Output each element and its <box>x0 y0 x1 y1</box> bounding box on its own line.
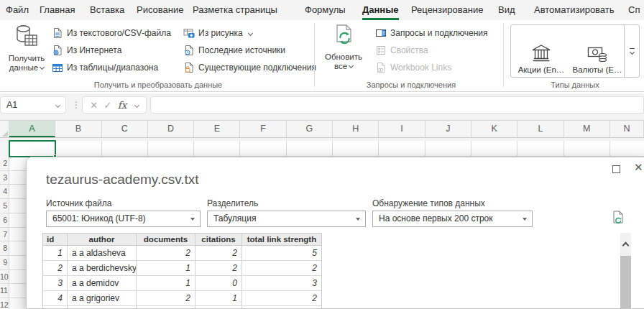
delimiter-select[interactable]: Табуляция <box>207 211 366 227</box>
sheet-row[interactable]: 9 <box>0 256 26 270</box>
selected-cell-a1[interactable] <box>9 140 56 157</box>
column-header[interactable]: G <box>287 121 333 137</box>
properties-button: Свойства <box>375 43 428 57</box>
sheet-row[interactable]: 7 <box>0 228 26 242</box>
column-header[interactable]: C <box>102 121 148 137</box>
clock-file-icon <box>183 45 195 56</box>
row-header[interactable]: 6 <box>0 213 9 227</box>
from-web-button[interactable]: Из Интернета <box>52 43 121 57</box>
tab-page-layout[interactable]: Разметка страницы <box>193 0 277 20</box>
chevron-down-icon <box>134 102 139 107</box>
dropdown-arrow-icon <box>523 218 527 221</box>
tab-review[interactable]: Рецензирование <box>411 0 483 20</box>
preview-cell: 1 <box>196 291 242 305</box>
column-header[interactable]: F <box>241 121 287 137</box>
preview-cell: 2 <box>196 261 242 275</box>
tab-formulas[interactable]: Формулы <box>305 0 346 20</box>
select-all-corner[interactable] <box>0 121 9 137</box>
column-header[interactable]: D <box>148 121 194 137</box>
preview-row: 2 a a berdichevsky 1 2 2 <box>43 261 321 276</box>
tab-file[interactable]: Файл <box>6 0 29 20</box>
scrollbar-thumb[interactable] <box>620 256 631 309</box>
preview-row: 3 a a demidov 1 0 3 <box>43 276 321 291</box>
formula-buttons: ✕ ✓ fx <box>82 96 147 114</box>
row-header[interactable]: 8 <box>0 241 9 255</box>
column-header[interactable]: E <box>194 121 240 137</box>
row-header[interactable]: 10 <box>0 270 9 284</box>
preview-scrollbar[interactable] <box>620 233 631 309</box>
cancel-icon[interactable]: ✕ <box>90 100 98 111</box>
refresh-preview-button[interactable] <box>610 209 626 226</box>
column-header[interactable]: H <box>333 121 379 137</box>
table-icon <box>52 62 63 73</box>
currencies-button[interactable]: Валюты (E… <box>570 28 625 74</box>
row-header[interactable]: 11 <box>0 284 9 298</box>
excel-window: Файл Главная Вставка Рисование Разметка … <box>0 0 644 309</box>
column-header[interactable]: M <box>564 121 610 137</box>
sheet-row[interactable]: 4 <box>0 185 26 199</box>
connection-file-icon <box>183 62 195 73</box>
tab-data[interactable]: Данные <box>362 0 399 20</box>
existing-connections-button[interactable]: Существующие подключения <box>183 60 316 75</box>
row-header[interactable]: 9 <box>0 256 9 269</box>
group-label-queries: Запросы и подключения <box>319 80 503 89</box>
column-header[interactable]: L <box>518 121 564 137</box>
stocks-button[interactable]: Акции (En… <box>515 28 567 74</box>
type-detection-select[interactable]: На основе первых 200 строк <box>372 211 533 227</box>
tab-home[interactable]: Главная <box>40 0 75 20</box>
sheet-row[interactable]: 8 <box>0 241 26 256</box>
column-header[interactable]: A <box>9 121 55 137</box>
from-web-label: Из Интернета <box>67 45 121 55</box>
name-box[interactable]: A1 <box>0 96 66 114</box>
from-table-range-button[interactable]: Из таблицы/диапазона <box>52 60 158 75</box>
chevron-down-icon <box>349 63 354 68</box>
dropdown-arrow-icon <box>356 218 360 221</box>
formula-input[interactable] <box>150 96 644 114</box>
delimiter-label: Разделитель <box>207 198 258 208</box>
sheet-row[interactable]: 5 <box>0 199 26 213</box>
sheet-row[interactable]: 6 <box>0 213 26 228</box>
sheet-row[interactable]: 11 <box>0 284 26 298</box>
recent-sources-button[interactable]: Последние источники <box>183 43 285 57</box>
tab-help-truncated[interactable]: Сп <box>628 0 640 20</box>
row-header[interactable]: 4 <box>0 185 9 198</box>
tab-automate[interactable]: Автоматизировать <box>534 0 615 20</box>
refresh-icon <box>332 23 355 50</box>
row-header[interactable]: 7 <box>0 228 9 241</box>
maximize-icon[interactable] <box>612 165 620 173</box>
sheet-row[interactable]: 12 <box>0 298 26 309</box>
column-header[interactable]: K <box>472 121 518 137</box>
row-header[interactable]: 3 <box>0 171 9 185</box>
dialog-title: tezaurus-academy.csv.txt <box>46 172 199 188</box>
preview-cell: 2 <box>242 261 321 275</box>
enter-icon[interactable]: ✓ <box>104 100 111 111</box>
row-header[interactable]: 5 <box>0 199 9 213</box>
preview-cell: 1 <box>43 246 68 260</box>
gallery-more-button[interactable] <box>624 25 639 77</box>
column-header[interactable]: N <box>610 121 644 137</box>
close-icon[interactable]: ✕ <box>634 161 643 174</box>
row-header[interactable]: 2 <box>0 157 9 170</box>
more-options-icon[interactable]: ⋮ <box>72 96 80 114</box>
file-origin-select[interactable]: 65001: Юникод (UTF-8) <box>46 211 201 227</box>
tab-draw[interactable]: Рисование <box>137 0 183 20</box>
tab-insert[interactable]: Вставка <box>90 0 124 20</box>
queries-connections-button[interactable]: Запросы и подключения <box>375 26 488 40</box>
sheet-row[interactable]: 2 <box>0 157 26 171</box>
refresh-all-label-line2: все <box>334 62 347 70</box>
get-data-button[interactable]: Получить данные <box>3 23 50 89</box>
refresh-all-button[interactable]: Обновить все <box>319 23 368 89</box>
scroll-up-button[interactable] <box>620 233 631 254</box>
tab-view[interactable]: Вид <box>498 0 515 20</box>
row-header[interactable]: 12 <box>0 298 9 309</box>
from-picture-button[interactable]: Из рисунка <box>183 26 252 40</box>
column-header[interactable]: J <box>426 121 472 137</box>
sheet-row[interactable]: 3 <box>0 171 26 185</box>
preview-cell <box>242 306 321 309</box>
sheet-row[interactable]: 10 <box>0 270 26 285</box>
banknote-coins-icon <box>586 44 608 64</box>
from-text-csv-button[interactable]: Из текстового/CSV-файла <box>52 26 171 40</box>
fx-icon[interactable]: fx <box>118 99 127 111</box>
column-header[interactable]: B <box>55 121 101 137</box>
column-header[interactable]: I <box>379 121 425 137</box>
